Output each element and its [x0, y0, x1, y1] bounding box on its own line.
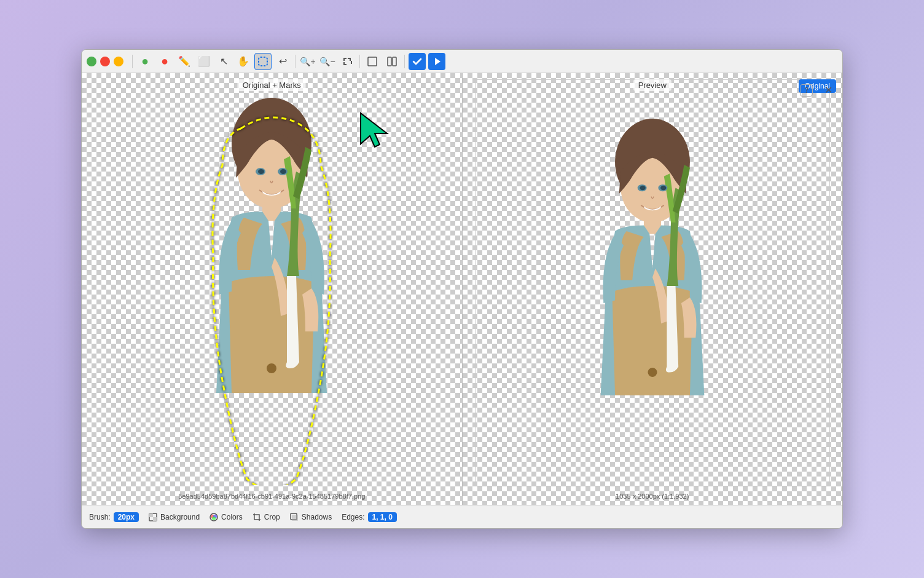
zoom-out-button[interactable]: 🔍− [319, 53, 336, 70]
crop-item[interactable]: Crop [253, 513, 280, 521]
svg-rect-24 [153, 517, 157, 521]
svg-rect-30 [292, 515, 298, 521]
add-tool-button[interactable]: ● [136, 53, 154, 70]
background-label: Background [160, 513, 200, 521]
lasso-tool-button[interactable] [254, 53, 272, 70]
svg-point-8 [267, 363, 276, 373]
shadows-icon [290, 513, 299, 521]
separator-4 [404, 55, 405, 68]
single-view-button[interactable] [364, 53, 381, 70]
close-window-button[interactable] [100, 57, 110, 66]
left-panel-label: Original + Marks [238, 79, 306, 91]
window-controls [87, 57, 123, 66]
original-figure [173, 85, 370, 485]
main-content: Original + Marks [82, 73, 842, 505]
preview-figure [560, 85, 745, 504]
close-button[interactable]: ✕ [824, 84, 832, 96]
svg-point-11 [258, 169, 264, 174]
highlight-tool-button[interactable]: ✏️ [176, 53, 193, 70]
svg-rect-0 [259, 57, 267, 66]
svg-point-17 [648, 368, 657, 377]
colors-icon [209, 513, 218, 521]
svg-marker-4 [435, 58, 440, 65]
cursor-icon [358, 110, 394, 147]
edges-item: Edges: 1, 1, 0 [342, 512, 397, 522]
svg-rect-2 [388, 57, 391, 66]
app-window: ● ● ✏️ ⬜ ↖ ✋ ↩ 🔍+ 🔍− [81, 49, 843, 529]
select-tool-button[interactable]: ↖ [215, 53, 232, 70]
export-button[interactable] [428, 53, 445, 70]
background-item[interactable]: Background [149, 513, 200, 521]
svg-marker-13 [361, 113, 387, 147]
subtract-tool-button[interactable]: ● [156, 53, 173, 70]
crop-label: Crop [264, 513, 280, 521]
toolbar: ● ● ✏️ ⬜ ↖ ✋ ↩ 🔍+ 🔍− [82, 50, 842, 73]
maximize-button[interactable] [87, 57, 96, 66]
svg-rect-1 [368, 57, 377, 66]
edges-label: Edges: [342, 513, 364, 521]
undo-button[interactable]: ↩ [274, 53, 291, 70]
background-icon [149, 513, 157, 521]
left-panel: Original + Marks [82, 73, 463, 505]
separator-1 [132, 55, 133, 68]
hand-tool-button[interactable]: ✋ [235, 53, 252, 70]
svg-rect-3 [393, 57, 396, 66]
brush-item: Brush: 20px [89, 512, 139, 522]
colors-item[interactable]: Colors [209, 513, 243, 521]
svg-point-12 [280, 169, 286, 174]
shadows-label: Shadows [302, 513, 332, 521]
colors-label: Colors [221, 513, 243, 521]
eraser-tool-button[interactable]: ⬜ [195, 53, 213, 70]
svg-point-20 [640, 186, 645, 191]
minimize-button[interactable] [114, 57, 123, 66]
right-panel: Preview [463, 73, 843, 505]
overlay-button[interactable] [409, 53, 426, 70]
right-panel-label: Preview [633, 79, 671, 91]
separator-2 [295, 55, 296, 68]
shadows-item[interactable]: Shadows [290, 513, 332, 521]
brush-size-badge[interactable]: 20px [114, 512, 139, 522]
brush-label: Brush: [89, 513, 111, 521]
help-button[interactable]: ? [800, 84, 813, 97]
svg-point-28 [212, 517, 216, 520]
bottom-bar: Brush: 20px Background Colors [82, 505, 842, 528]
right-canvas: Preview [463, 73, 843, 505]
crop-icon [253, 513, 261, 521]
separator-3 [359, 55, 360, 68]
woman-svg [173, 85, 370, 485]
fit-button[interactable] [339, 53, 356, 70]
left-canvas[interactable]: Original + Marks [82, 73, 462, 505]
filename-label: 5e9ad54d59ba87bd44f16-cb91-491a-9c2a-154… [178, 493, 365, 500]
split-view-button[interactable] [383, 53, 401, 70]
svg-point-21 [660, 186, 666, 191]
zoom-in-button[interactable]: 🔍+ [299, 53, 316, 70]
dimensions-label: 1035 x 2000px (1:1.932) [616, 493, 689, 500]
edges-value-badge[interactable]: 1, 1, 0 [368, 512, 397, 522]
svg-rect-23 [149, 513, 153, 517]
